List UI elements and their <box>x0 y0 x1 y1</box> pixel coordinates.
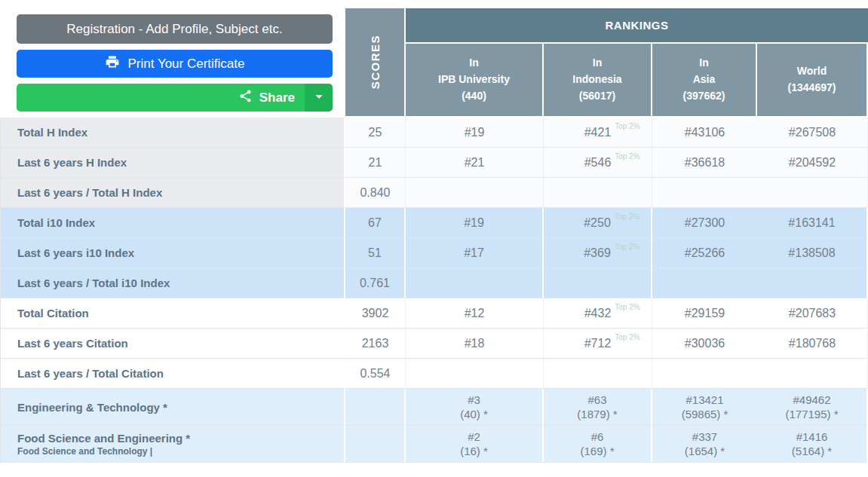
rank-cell-indonesia: #6(169) * <box>544 426 652 463</box>
rank-cell-indonesia: #250Top 2% <box>544 208 652 238</box>
share-button[interactable]: Share <box>17 84 305 112</box>
share-icon <box>238 89 253 107</box>
registration-button-label: Registration - Add Profile, Subject etc. <box>66 22 282 37</box>
row-label-total-h-index: Total H Index <box>0 118 345 148</box>
row-label-last6-i10-index: Last 6 years i10 Index <box>0 238 345 268</box>
row-label-total-citation: Total Citation <box>0 298 345 329</box>
score-cell: 0.554 <box>345 359 406 389</box>
rank-cell-ipb <box>406 178 544 208</box>
column-header-ipb-university: In IPB University (440) <box>406 44 544 118</box>
row-label-total-i10-index: Total i10 Index <box>0 208 345 238</box>
rank-cell-asia: #25266 <box>652 238 757 268</box>
row-sublabel: Food Science and Technology | <box>17 446 152 457</box>
rank-cell-world <box>757 359 868 389</box>
share-button-group: Share <box>17 84 333 112</box>
scores-header: SCORES <box>345 8 406 118</box>
registration-button[interactable]: Registration - Add Profile, Subject etc. <box>17 14 333 44</box>
top-2-percent-badge: Top 2% <box>615 213 639 221</box>
rank-cell-indonesia: #712Top 2% <box>544 329 652 359</box>
rank-cell-ipb: #19 <box>406 118 544 148</box>
rank-cell-ipb: #12 <box>406 298 544 329</box>
score-cell <box>345 389 406 426</box>
rank-cell-world: #49462(177195) * <box>757 389 868 426</box>
rank-cell-ipb: #18 <box>406 329 544 359</box>
top-2-percent-badge: Top 2% <box>615 122 639 130</box>
rank-cell-asia: #27300 <box>652 208 757 238</box>
rank-cell-world: #138508 <box>757 238 868 268</box>
score-cell: 0.840 <box>345 178 406 208</box>
rank-cell-asia <box>652 178 757 208</box>
score-cell: 21 <box>345 148 406 178</box>
score-cell: 2163 <box>345 329 406 359</box>
score-cell: 3902 <box>345 298 406 329</box>
column-header-world: World (1344697) <box>757 44 868 118</box>
rank-cell-asia: #29159 <box>652 298 757 329</box>
share-dropdown-button[interactable] <box>305 84 333 112</box>
row-label-last6-total-citation: Last 6 years / Total Citation <box>0 359 345 389</box>
print-certificate-button[interactable]: Print Your Certificate <box>17 50 333 78</box>
row-label-last6-total-i10-index: Last 6 years / Total i10 Index <box>0 268 345 298</box>
score-cell <box>345 426 406 463</box>
rank-cell-indonesia <box>544 178 652 208</box>
row-label-engineering-technology: Engineering & Technology * <box>0 389 345 426</box>
printer-icon <box>105 54 120 73</box>
rank-cell-world <box>757 268 868 298</box>
row-label-last6-citation: Last 6 years Citation <box>0 329 345 359</box>
top-2-percent-badge: Top 2% <box>615 243 639 251</box>
rank-cell-ipb: #19 <box>406 208 544 238</box>
rank-cell-ipb <box>406 268 544 298</box>
rank-cell-indonesia: #546Top 2% <box>544 148 652 178</box>
rank-cell-asia <box>652 359 757 389</box>
share-button-label: Share <box>259 90 295 105</box>
rank-cell-indonesia <box>544 359 652 389</box>
row-label-last6-h-index: Last 6 years H Index <box>0 148 345 178</box>
rank-cell-indonesia <box>544 268 652 298</box>
rank-cell-ipb <box>406 359 544 389</box>
print-button-label: Print Your Certificate <box>128 57 245 72</box>
rank-cell-ipb: #3(40) * <box>406 389 544 426</box>
rank-cell-ipb: #21 <box>406 148 544 178</box>
rank-cell-asia: #337(1654) * <box>652 426 757 463</box>
score-cell: 51 <box>345 238 406 268</box>
rank-cell-world <box>757 178 868 208</box>
top-2-percent-badge: Top 2% <box>615 152 639 161</box>
score-cell: 0.761 <box>345 268 406 298</box>
top-2-percent-badge: Top 2% <box>615 303 639 311</box>
rank-cell-world: #207683 <box>757 298 868 329</box>
rank-cell-asia: #36618 <box>652 148 757 178</box>
rank-cell-asia: #13421(59865) * <box>652 389 757 426</box>
row-label-food-science-engineering: Food Science and Engineering *Food Scien… <box>0 426 345 463</box>
column-header-indonesia: In Indonesia (56017) <box>544 44 652 118</box>
row-label-last6-total-h-index: Last 6 years / Total H Index <box>0 178 345 208</box>
rank-cell-indonesia: #421Top 2% <box>544 118 652 148</box>
caret-down-icon <box>311 88 327 107</box>
score-cell: 67 <box>345 208 406 238</box>
action-buttons: Registration - Add Profile, Subject etc.… <box>17 14 333 112</box>
rankings-header: RANKINGS <box>406 8 868 44</box>
rank-cell-indonesia: #63(1879) * <box>544 389 652 426</box>
column-header-asia: In Asia (397662) <box>652 44 757 118</box>
rank-cell-world: #267508 <box>757 118 868 148</box>
rank-cell-asia <box>652 268 757 298</box>
rank-cell-indonesia: #432Top 2% <box>544 298 652 329</box>
top-2-percent-badge: Top 2% <box>615 333 639 341</box>
rank-cell-asia: #30036 <box>652 329 757 359</box>
rank-cell-world: #204592 <box>757 148 868 178</box>
rank-cell-ipb: #2(16) * <box>406 426 544 463</box>
rank-cell-world: #180768 <box>757 329 868 359</box>
rank-cell-ipb: #17 <box>406 238 544 268</box>
scores-header-label: SCORES <box>369 35 382 89</box>
rank-cell-world: #1416(5164) * <box>757 426 868 463</box>
rank-cell-asia: #43106 <box>652 118 757 148</box>
rank-cell-indonesia: #369Top 2% <box>544 238 652 268</box>
rank-cell-world: #163141 <box>757 208 868 238</box>
score-cell: 25 <box>345 118 406 148</box>
